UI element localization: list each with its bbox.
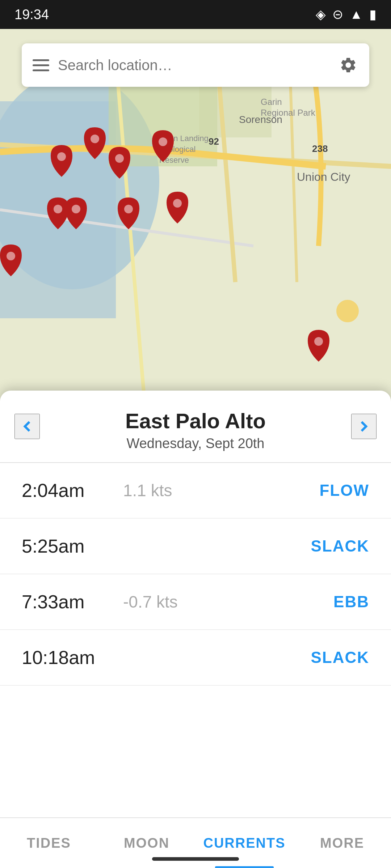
search-input[interactable]	[58, 57, 329, 73]
svg-point-31	[173, 199, 182, 208]
status-bar: 19:34 ◈ ⊝ ▲ ▮	[0, 0, 391, 29]
tab-more[interactable]: MORE	[293, 818, 391, 868]
panel-header: East Palo Alto Wednesday, Sept 20th	[0, 391, 391, 463]
dnd-icon: ⊝	[332, 7, 343, 22]
entry-speed: 1.1 kts	[123, 481, 319, 500]
settings-button[interactable]	[338, 55, 358, 75]
entry-row: 10:18amSLACK	[0, 630, 391, 686]
svg-text:Garin: Garin	[261, 97, 282, 107]
svg-point-41	[314, 337, 323, 346]
entry-row: 2:04am1.1 ktsFLOW	[0, 463, 391, 519]
tab-tides[interactable]: TIDES	[0, 818, 98, 868]
svg-point-35	[72, 205, 80, 213]
svg-text:238: 238	[312, 143, 328, 154]
entry-type: EBB	[333, 593, 369, 611]
status-time: 19:34	[14, 7, 49, 22]
prev-day-button[interactable]	[14, 414, 40, 439]
entry-type: SLACK	[311, 537, 369, 555]
battery-icon: ▮	[369, 7, 377, 22]
home-indicator	[152, 857, 239, 861]
entry-row: 7:33am-0.7 ktsEBB	[0, 574, 391, 630]
panel-date: Wednesday, Sept 20th	[14, 436, 377, 451]
current-entries: 2:04am1.1 ktsFLOW5:25amSLACK7:33am-0.7 k…	[0, 463, 391, 817]
svg-text:92: 92	[209, 136, 219, 147]
entry-time: 2:04am	[22, 480, 116, 501]
search-bar	[22, 43, 369, 87]
svg-point-29	[57, 152, 66, 161]
svg-point-27	[91, 135, 99, 143]
svg-point-25	[115, 154, 124, 163]
status-icons: ◈ ⊝ ▲ ▮	[316, 7, 377, 22]
svg-text:Union City: Union City	[297, 170, 350, 183]
entry-speed: -0.7 kts	[123, 592, 333, 612]
entry-time: 10:18am	[22, 647, 116, 668]
svg-text:Regional Park: Regional Park	[261, 108, 316, 118]
svg-point-37	[124, 205, 133, 213]
svg-point-39	[7, 252, 15, 260]
wifi-icon: ▲	[350, 7, 363, 22]
entry-time: 7:33am	[22, 591, 116, 613]
svg-point-33	[54, 205, 62, 213]
entry-type: FLOW	[319, 481, 369, 499]
entry-type: SLACK	[311, 648, 369, 667]
hamburger-menu-icon[interactable]	[33, 59, 49, 71]
location-title: East Palo Alto	[14, 409, 377, 433]
entry-time: 5:25am	[22, 535, 116, 557]
next-day-button[interactable]	[351, 414, 377, 439]
location-icon: ◈	[316, 7, 326, 22]
svg-point-23	[159, 137, 167, 146]
bottom-panel: East Palo Alto Wednesday, Sept 20th 2:04…	[0, 391, 391, 868]
entry-row: 5:25amSLACK	[0, 519, 391, 574]
svg-point-10	[337, 301, 358, 321]
